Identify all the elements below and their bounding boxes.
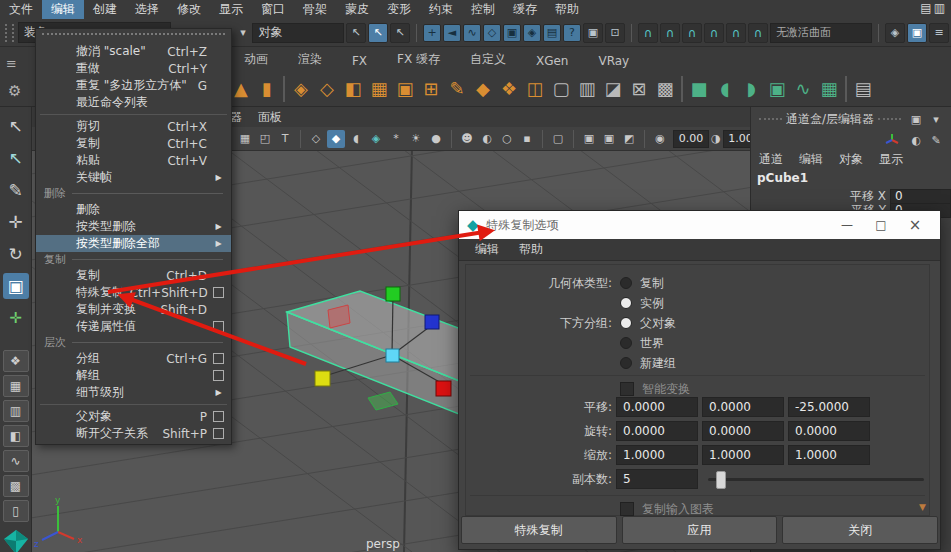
- apply-button[interactable]: 应用: [622, 516, 778, 544]
- fill-hole-icon[interactable]: ▦: [366, 75, 392, 103]
- layout-single-pane-icon[interactable]: ❖: [3, 350, 29, 372]
- live-surface-field[interactable]: [770, 23, 872, 43]
- tab-rendering[interactable]: 渲染: [283, 48, 337, 71]
- option-box[interactable]: [213, 287, 224, 298]
- menu-item-keys[interactable]: 关键帧▶: [36, 169, 231, 186]
- cb-menu-edit[interactable]: 编辑: [799, 151, 823, 168]
- make-live-icon[interactable]: ∩: [748, 23, 768, 43]
- select-component-icon[interactable]: ↖: [390, 23, 410, 43]
- option-box[interactable]: [213, 353, 224, 364]
- layer-copy-icon[interactable]: ▣: [600, 130, 618, 148]
- highlight-selection-icon[interactable]: ⊡: [605, 23, 625, 43]
- copies-slider-handle[interactable]: [716, 471, 726, 489]
- mirror-icon[interactable]: ◧: [340, 75, 366, 103]
- duplicate-input-graph-checkbox[interactable]: [620, 502, 634, 516]
- tab-animation[interactable]: 动画: [229, 48, 283, 71]
- manipulator-axis-icon[interactable]: [885, 133, 899, 147]
- modeling-toolkit-icon[interactable]: [3, 529, 29, 552]
- menu-item-duplicate[interactable]: 复制Ctrl+D: [36, 267, 231, 284]
- copies-slider[interactable]: [708, 478, 924, 481]
- smart-transform-checkbox[interactable]: [620, 382, 634, 396]
- menu-item-ungroup[interactable]: 解组: [36, 367, 231, 384]
- drag-grip[interactable]: [5, 24, 14, 42]
- render-list-icon[interactable]: ≡: [929, 23, 949, 43]
- snap-curve-icon[interactable]: ∩: [660, 23, 680, 43]
- construction-history-icon[interactable]: ▣: [907, 23, 927, 43]
- snapshot-icon[interactable]: ◩: [620, 130, 638, 148]
- menu-control[interactable]: 控制: [462, 0, 504, 20]
- dialog-titlebar[interactable]: ◆ 特殊复制选项 — □ ×: [459, 211, 940, 239]
- gear-icon[interactable]: ⚙: [8, 82, 21, 100]
- shelf-overflow-icon[interactable]: ▤: [850, 75, 876, 103]
- menu-item-unparent[interactable]: 断开父子关系Shift+P: [36, 425, 231, 442]
- select-tool-icon[interactable]: ↖: [3, 113, 29, 139]
- popout-icon[interactable]: ▣: [907, 110, 925, 128]
- move-tool-icon[interactable]: ✛: [3, 209, 29, 235]
- radio-world-label[interactable]: 世界: [640, 335, 664, 352]
- layout-persp-outliner-icon[interactable]: ▯: [3, 500, 29, 522]
- close-button[interactable]: ×: [898, 212, 932, 238]
- gamma-icon[interactable]: ◑: [711, 130, 721, 148]
- insert-edge-loop-icon[interactable]: ▥: [574, 75, 600, 103]
- menu-create[interactable]: 创建: [84, 0, 126, 20]
- menu-item-undo[interactable]: 撤消 "scale"Ctrl+Z: [36, 43, 231, 60]
- option-box[interactable]: [213, 428, 224, 439]
- mask-surfaces-icon[interactable]: ◇: [483, 24, 501, 42]
- tab-vray[interactable]: VRay: [583, 51, 644, 71]
- menu-help[interactable]: 帮助: [546, 0, 588, 20]
- hyperbolic-icon[interactable]: ✎: [927, 131, 945, 149]
- edge-flow-icon[interactable]: ▢: [548, 75, 574, 103]
- menu-cache[interactable]: 缓存: [504, 0, 546, 20]
- option-box[interactable]: [213, 411, 224, 422]
- bevel-icon[interactable]: ◪: [600, 75, 626, 103]
- select-object-icon[interactable]: ↖: [368, 23, 388, 43]
- panel-menu-icon[interactable]: ▾: [927, 110, 945, 128]
- menu-skin[interactable]: 蒙皮: [336, 0, 378, 20]
- combo-caret-icon[interactable]: ▾: [234, 24, 251, 42]
- shelf-menu-icon[interactable]: ≡: [6, 56, 17, 71]
- duplicate-input-graph-label[interactable]: 复制输入图表: [642, 501, 714, 518]
- tab-custom[interactable]: 自定义: [455, 48, 521, 71]
- menu-item-redo[interactable]: 重做Ctrl+Y: [36, 60, 231, 77]
- separate-icon[interactable]: ◇: [314, 75, 340, 103]
- menu-item-delete[interactable]: 删除: [36, 201, 231, 218]
- gamma-field[interactable]: [723, 130, 750, 148]
- select-hierarchy-icon[interactable]: ↖: [346, 23, 366, 43]
- radio-instance-label[interactable]: 实例: [640, 295, 664, 312]
- menu-windows[interactable]: 窗口: [252, 0, 294, 20]
- boolean-icon[interactable]: ⊞: [418, 75, 444, 103]
- mask-deformations-icon[interactable]: ▣: [503, 24, 521, 42]
- menu-file[interactable]: 文件: [0, 0, 42, 20]
- cb-menu-show[interactable]: 显示: [879, 151, 903, 168]
- tab-fx-caching[interactable]: FX 缓存: [382, 48, 455, 71]
- mask-curves-icon[interactable]: ∿: [463, 24, 481, 42]
- cb-menu-channels[interactable]: 通道: [759, 151, 783, 168]
- input-connections-icon[interactable]: ◈: [885, 23, 905, 43]
- menu-display[interactable]: 显示: [210, 0, 252, 20]
- scale-x-field[interactable]: [616, 445, 698, 465]
- menu-deform[interactable]: 变形: [378, 0, 420, 20]
- ui-layout-icon[interactable]: ▥: [934, 1, 945, 15]
- layout-outliner-pane-icon[interactable]: ▥: [3, 400, 29, 422]
- multi-cut-icon[interactable]: ◆: [470, 75, 496, 103]
- menu-constrain[interactable]: 约束: [420, 0, 462, 20]
- scale-y-field[interactable]: [702, 445, 784, 465]
- isolate-select-icon[interactable]: ○: [498, 130, 516, 148]
- menu-item-level-of-detail[interactable]: 细节级别▶: [36, 384, 231, 401]
- snap-grid-icon[interactable]: ∩: [638, 23, 658, 43]
- radio-parent-label[interactable]: 父对象: [640, 315, 676, 332]
- xray-joints-icon[interactable]: ◐: [478, 130, 496, 148]
- option-box[interactable]: [213, 370, 224, 381]
- sculpt-smooth-icon[interactable]: ◖: [712, 75, 738, 103]
- menu-skeleton[interactable]: 骨架: [294, 0, 336, 20]
- layout-graph-editor-icon[interactable]: ∿: [3, 450, 29, 472]
- menu-item-duplicate-special[interactable]: 特殊复制Ctrl+Shift+D: [36, 284, 231, 301]
- grid-toggle-icon[interactable]: ▦: [236, 130, 254, 148]
- menu-item-parent[interactable]: 父对象P: [36, 408, 231, 425]
- radio-new-group[interactable]: [620, 357, 632, 369]
- tab-xgen[interactable]: XGen: [521, 51, 584, 71]
- mask-misc-icon[interactable]: ?: [563, 24, 581, 42]
- sculpt-wave-icon[interactable]: ∿: [790, 75, 816, 103]
- sculpt-grab-icon[interactable]: ▣: [764, 75, 790, 103]
- selection-combo[interactable]: 对象: [252, 23, 344, 43]
